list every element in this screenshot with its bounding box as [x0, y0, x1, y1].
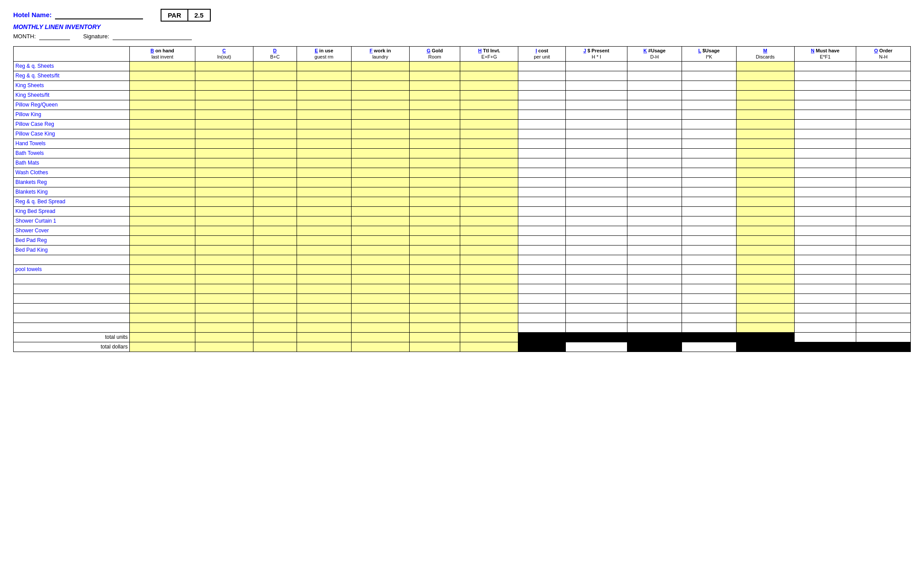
data-cell[interactable]	[253, 197, 297, 206]
data-cell[interactable]	[682, 323, 736, 332]
data-cell[interactable]	[253, 206, 297, 216]
data-cell[interactable]	[736, 100, 794, 110]
data-cell[interactable]	[130, 71, 195, 81]
data-cell[interactable]	[856, 61, 911, 71]
data-cell[interactable]	[518, 284, 565, 293]
total-cell[interactable]	[460, 332, 518, 342]
data-cell[interactable]	[682, 303, 736, 313]
data-cell[interactable]	[195, 323, 253, 332]
data-cell[interactable]	[565, 323, 627, 332]
data-cell[interactable]	[518, 61, 565, 71]
data-cell[interactable]	[736, 168, 794, 177]
data-cell[interactable]	[736, 187, 794, 197]
data-cell[interactable]	[518, 177, 565, 187]
data-cell[interactable]	[627, 158, 682, 168]
data-cell[interactable]	[460, 71, 518, 81]
data-cell[interactable]	[409, 100, 460, 110]
data-cell[interactable]	[565, 216, 627, 226]
total-cell[interactable]	[627, 332, 682, 342]
data-cell[interactable]	[565, 81, 627, 90]
data-cell[interactable]	[130, 264, 195, 274]
data-cell[interactable]	[297, 158, 351, 168]
data-cell[interactable]	[351, 284, 409, 293]
data-cell[interactable]	[682, 148, 736, 158]
data-cell[interactable]	[253, 168, 297, 177]
data-cell[interactable]	[736, 313, 794, 323]
data-cell[interactable]	[856, 129, 911, 139]
data-cell[interactable]	[351, 177, 409, 187]
data-cell[interactable]	[627, 187, 682, 197]
data-cell[interactable]	[195, 284, 253, 293]
data-cell[interactable]	[565, 129, 627, 139]
data-cell[interactable]	[130, 177, 195, 187]
data-cell[interactable]	[297, 71, 351, 81]
data-cell[interactable]	[736, 303, 794, 313]
data-cell[interactable]	[130, 255, 195, 264]
data-cell[interactable]	[351, 235, 409, 245]
data-cell[interactable]	[856, 119, 911, 129]
data-cell[interactable]	[627, 139, 682, 148]
data-cell[interactable]	[565, 226, 627, 235]
data-cell[interactable]	[627, 313, 682, 323]
data-cell[interactable]	[460, 177, 518, 187]
data-cell[interactable]	[627, 100, 682, 110]
total-cell[interactable]	[130, 332, 195, 342]
data-cell[interactable]	[253, 303, 297, 313]
data-cell[interactable]	[565, 148, 627, 158]
data-cell[interactable]	[195, 245, 253, 255]
data-cell[interactable]	[627, 71, 682, 81]
data-cell[interactable]	[460, 139, 518, 148]
data-cell[interactable]	[794, 274, 856, 284]
data-cell[interactable]	[195, 293, 253, 303]
data-cell[interactable]	[736, 264, 794, 274]
data-cell[interactable]	[682, 129, 736, 139]
data-cell[interactable]	[460, 81, 518, 90]
data-cell[interactable]	[460, 245, 518, 255]
total-cell[interactable]	[351, 342, 409, 352]
data-cell[interactable]	[518, 255, 565, 264]
data-cell[interactable]	[682, 81, 736, 90]
data-cell[interactable]	[297, 177, 351, 187]
data-cell[interactable]	[627, 61, 682, 71]
data-cell[interactable]	[682, 284, 736, 293]
data-cell[interactable]	[518, 90, 565, 100]
data-cell[interactable]	[736, 158, 794, 168]
data-cell[interactable]	[195, 197, 253, 206]
data-cell[interactable]	[130, 148, 195, 158]
data-cell[interactable]	[195, 216, 253, 226]
data-cell[interactable]	[627, 226, 682, 235]
data-cell[interactable]	[794, 100, 856, 110]
data-cell[interactable]	[565, 264, 627, 274]
data-cell[interactable]	[736, 177, 794, 187]
data-cell[interactable]	[409, 226, 460, 235]
data-cell[interactable]	[297, 61, 351, 71]
data-cell[interactable]	[856, 255, 911, 264]
data-cell[interactable]	[565, 110, 627, 119]
data-cell[interactable]	[130, 313, 195, 323]
data-cell[interactable]	[351, 187, 409, 197]
data-cell[interactable]	[565, 235, 627, 245]
data-cell[interactable]	[297, 235, 351, 245]
data-cell[interactable]	[460, 274, 518, 284]
total-cell[interactable]	[409, 332, 460, 342]
data-cell[interactable]	[682, 100, 736, 110]
data-cell[interactable]	[565, 100, 627, 110]
data-cell[interactable]	[195, 148, 253, 158]
data-cell[interactable]	[794, 129, 856, 139]
data-cell[interactable]	[565, 158, 627, 168]
data-cell[interactable]	[253, 323, 297, 332]
data-cell[interactable]	[627, 264, 682, 274]
total-cell[interactable]	[856, 332, 911, 342]
data-cell[interactable]	[460, 119, 518, 129]
data-cell[interactable]	[130, 61, 195, 71]
data-cell[interactable]	[736, 81, 794, 90]
data-cell[interactable]	[253, 284, 297, 293]
data-cell[interactable]	[856, 197, 911, 206]
data-cell[interactable]	[794, 71, 856, 81]
data-cell[interactable]	[351, 71, 409, 81]
total-cell[interactable]	[409, 342, 460, 352]
data-cell[interactable]	[253, 255, 297, 264]
data-cell[interactable]	[736, 255, 794, 264]
data-cell[interactable]	[351, 110, 409, 119]
data-cell[interactable]	[130, 119, 195, 129]
